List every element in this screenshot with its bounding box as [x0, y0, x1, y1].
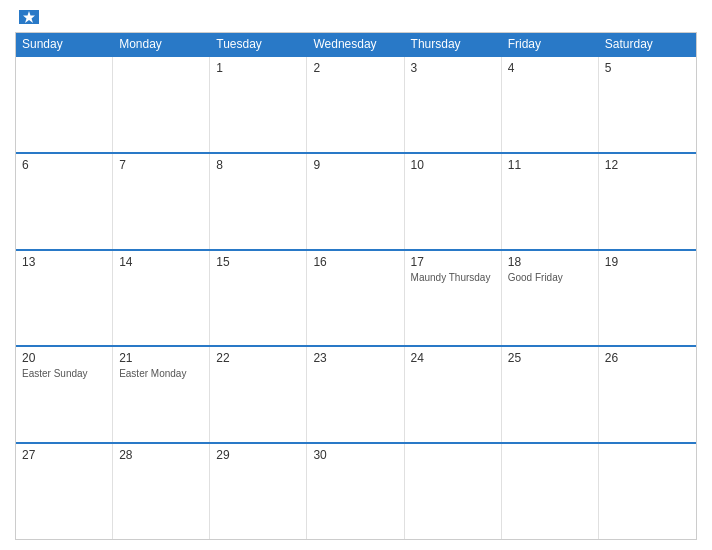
day-header-sunday: Sunday — [16, 33, 113, 55]
day-cell: 7 — [113, 154, 210, 249]
week-row-0: 12345 — [16, 55, 696, 152]
day-headers-row: SundayMondayTuesdayWednesdayThursdayFrid… — [16, 33, 696, 55]
day-cell: 14 — [113, 251, 210, 346]
day-number: 2 — [313, 61, 397, 75]
day-number: 4 — [508, 61, 592, 75]
day-number: 7 — [119, 158, 203, 172]
day-cell — [502, 444, 599, 539]
day-header-saturday: Saturday — [599, 33, 696, 55]
day-header-tuesday: Tuesday — [210, 33, 307, 55]
day-number: 15 — [216, 255, 300, 269]
day-cell: 28 — [113, 444, 210, 539]
day-number: 11 — [508, 158, 592, 172]
day-number: 16 — [313, 255, 397, 269]
day-cell: 18Good Friday — [502, 251, 599, 346]
day-cell: 16 — [307, 251, 404, 346]
calendar: SundayMondayTuesdayWednesdayThursdayFrid… — [15, 32, 697, 540]
day-number: 8 — [216, 158, 300, 172]
day-cell: 11 — [502, 154, 599, 249]
day-header-friday: Friday — [502, 33, 599, 55]
day-cell: 8 — [210, 154, 307, 249]
day-cell: 2 — [307, 57, 404, 152]
day-cell: 9 — [307, 154, 404, 249]
day-number: 20 — [22, 351, 106, 365]
day-number: 23 — [313, 351, 397, 365]
header — [15, 10, 697, 24]
day-cell: 27 — [16, 444, 113, 539]
day-cell — [599, 444, 696, 539]
day-cell: 17Maundy Thursday — [405, 251, 502, 346]
day-cell: 24 — [405, 347, 502, 442]
day-cell: 13 — [16, 251, 113, 346]
day-cell: 15 — [210, 251, 307, 346]
week-row-4: 27282930 — [16, 442, 696, 539]
day-number: 29 — [216, 448, 300, 462]
day-cell — [405, 444, 502, 539]
page: SundayMondayTuesdayWednesdayThursdayFrid… — [0, 0, 712, 550]
day-cell: 12 — [599, 154, 696, 249]
week-row-2: 1314151617Maundy Thursday18Good Friday19 — [16, 249, 696, 346]
day-number: 14 — [119, 255, 203, 269]
week-row-3: 20Easter Sunday21Easter Monday2223242526 — [16, 345, 696, 442]
day-cell — [113, 57, 210, 152]
day-number: 13 — [22, 255, 106, 269]
day-cell: 10 — [405, 154, 502, 249]
day-cell: 25 — [502, 347, 599, 442]
day-number: 18 — [508, 255, 592, 269]
day-number: 26 — [605, 351, 690, 365]
day-number: 24 — [411, 351, 495, 365]
day-cell: 23 — [307, 347, 404, 442]
weeks-container: 1234567891011121314151617Maundy Thursday… — [16, 55, 696, 539]
day-number: 19 — [605, 255, 690, 269]
day-number: 10 — [411, 158, 495, 172]
day-cell: 6 — [16, 154, 113, 249]
day-number: 17 — [411, 255, 495, 269]
day-event: Maundy Thursday — [411, 271, 495, 284]
day-event: Easter Sunday — [22, 367, 106, 380]
day-number: 5 — [605, 61, 690, 75]
day-number: 28 — [119, 448, 203, 462]
day-cell: 30 — [307, 444, 404, 539]
day-cell: 19 — [599, 251, 696, 346]
day-cell: 3 — [405, 57, 502, 152]
day-cell: 5 — [599, 57, 696, 152]
day-cell: 26 — [599, 347, 696, 442]
logo-flag-icon — [19, 10, 39, 24]
day-event: Easter Monday — [119, 367, 203, 380]
day-number: 25 — [508, 351, 592, 365]
day-header-monday: Monday — [113, 33, 210, 55]
day-number: 6 — [22, 158, 106, 172]
day-number: 27 — [22, 448, 106, 462]
day-number: 22 — [216, 351, 300, 365]
week-row-1: 6789101112 — [16, 152, 696, 249]
day-number: 3 — [411, 61, 495, 75]
day-event: Good Friday — [508, 271, 592, 284]
day-number: 12 — [605, 158, 690, 172]
logo — [15, 10, 41, 24]
day-cell: 29 — [210, 444, 307, 539]
day-cell: 22 — [210, 347, 307, 442]
day-number: 30 — [313, 448, 397, 462]
day-cell: 1 — [210, 57, 307, 152]
day-number: 21 — [119, 351, 203, 365]
day-number: 1 — [216, 61, 300, 75]
day-header-thursday: Thursday — [405, 33, 502, 55]
day-cell: 20Easter Sunday — [16, 347, 113, 442]
day-cell — [16, 57, 113, 152]
day-header-wednesday: Wednesday — [307, 33, 404, 55]
day-number: 9 — [313, 158, 397, 172]
day-cell: 4 — [502, 57, 599, 152]
day-cell: 21Easter Monday — [113, 347, 210, 442]
